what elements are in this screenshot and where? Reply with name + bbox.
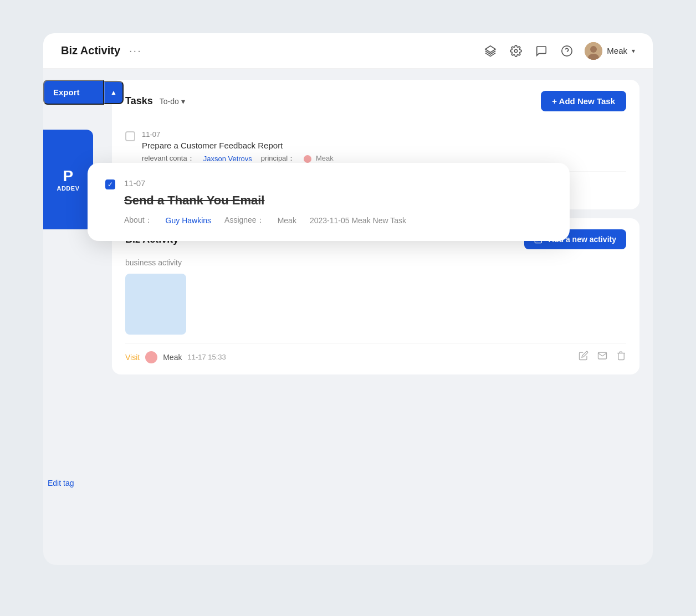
footer-actions: [579, 351, 626, 363]
email-activity-icon[interactable]: [597, 351, 607, 363]
edit-tag-button[interactable]: Edit tag: [48, 479, 74, 487]
tasks-header: Tasks To-do ▾ + Add New Task: [125, 91, 626, 111]
tasks-title: Tasks: [125, 95, 153, 107]
add-task-button[interactable]: + Add New Task: [541, 91, 626, 111]
task-checkbox-1[interactable]: [125, 131, 135, 141]
delete-activity-icon[interactable]: [616, 351, 626, 363]
expanded-task-title: Send a Thank You Email: [124, 193, 552, 208]
chat-icon[interactable]: [534, 43, 549, 59]
expanded-task-card: ✓ 11-07 Send a Thank You Email About： Gu…: [88, 163, 570, 241]
expanded-task-date: 11-07: [124, 178, 552, 188]
export-caret-button[interactable]: ▲: [104, 81, 124, 104]
assignee-dot-footer: [145, 351, 157, 363]
expanded-history: 2023-11-05 Meak New Task: [310, 216, 406, 225]
main-content: Export ▲ P ADDEV Edit tag Tasks To-do ▾: [43, 69, 653, 386]
task-meta-1: relevant conta： Jaxson Vetrovs principal…: [142, 153, 626, 163]
edit-activity-icon[interactable]: [579, 351, 588, 363]
header-left: Biz Activity ···: [61, 44, 142, 57]
blue-card: P ADDEV: [43, 130, 93, 229]
export-area: Export ▲: [43, 80, 124, 105]
app-header: Biz Activity ···: [43, 33, 653, 69]
expanded-task-checkbox[interactable]: ✓: [105, 179, 115, 189]
visit-link[interactable]: Visit: [125, 353, 140, 362]
user-badge[interactable]: Meak ▾: [585, 42, 635, 60]
export-button[interactable]: Export: [43, 80, 104, 105]
svg-point-1: [515, 49, 518, 53]
svg-point-2: [562, 45, 572, 55]
layers-icon[interactable]: [483, 43, 498, 59]
help-icon[interactable]: [559, 43, 575, 59]
expanded-about-label: About：: [124, 215, 152, 225]
activity-label: business activity: [125, 258, 626, 267]
expanded-about-value[interactable]: Guy Hawkins: [166, 216, 211, 225]
task-date-1: 11-07: [142, 130, 626, 138]
card-label: ADDEV: [57, 185, 79, 192]
user-dropdown-icon[interactable]: ▾: [632, 47, 635, 55]
footer-date: 11-17 15:33: [187, 353, 226, 361]
filter-dropdown[interactable]: To-do ▾: [160, 97, 185, 106]
app-title: Biz Activity: [61, 44, 120, 57]
settings-icon[interactable]: [508, 43, 524, 59]
dots-menu-button[interactable]: ···: [129, 44, 142, 57]
biz-activity-section: Biz Activity Add a new activity business…: [112, 218, 639, 374]
task-name-1: Prepare a Customer Feedback Report: [142, 141, 626, 150]
expanded-assignee-label: Assignee：: [224, 215, 264, 225]
task-contact-link-1[interactable]: Jaxson Vetrovs: [203, 155, 252, 163]
svg-point-5: [590, 46, 597, 53]
user-name-label: Meak: [607, 46, 627, 55]
activity-image: [125, 274, 186, 335]
header-right: Meak ▾: [483, 42, 635, 60]
activity-footer: Visit Meak 11-17 15:33: [125, 343, 626, 363]
expanded-task-meta: About： Guy Hawkins Assignee： Meak 2023-1…: [124, 215, 552, 225]
avatar: [585, 42, 602, 60]
footer-assignee-name: Meak: [163, 353, 182, 362]
expanded-assignee-value: Meak: [278, 216, 296, 225]
assignee-name-1: Meak: [316, 154, 334, 162]
assignee-dot-1: [304, 155, 311, 163]
